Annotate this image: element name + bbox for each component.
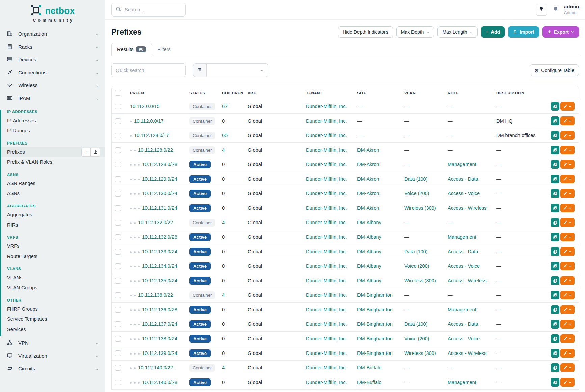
prefix-link[interactable]: 10.112.136.0/22 (138, 292, 173, 298)
row-checkbox[interactable] (115, 380, 121, 385)
children-count-link[interactable]: 4 (222, 147, 225, 153)
edit-button[interactable] (560, 218, 575, 227)
sidebar-item-asns[interactable]: ASNs (1, 188, 105, 199)
edit-button[interactable] (560, 102, 575, 111)
tenant-link[interactable]: Dunder-Mifflin, Inc. (306, 292, 347, 298)
prefix-link[interactable]: 10.112.134.0/24 (142, 263, 177, 269)
import-button[interactable]: Import (508, 26, 539, 38)
column-header-vrf[interactable]: VRF (244, 86, 302, 99)
site-link[interactable]: DM-Buffalo (357, 380, 381, 385)
sidebar-item-ip-ranges[interactable]: IP Ranges (1, 126, 105, 136)
row-checkbox[interactable] (115, 133, 121, 138)
copy-button[interactable] (551, 276, 559, 285)
prefix-link[interactable]: 10.112.129.0/24 (142, 176, 177, 182)
tenant-link[interactable]: Dunder-Mifflin, Inc. (306, 176, 347, 182)
role-link[interactable]: Management (448, 380, 476, 385)
notifications-button[interactable] (553, 6, 559, 14)
prefix-link[interactable]: 10.112.0.0/15 (130, 104, 160, 109)
vlan-link[interactable]: Data (100) (404, 321, 428, 327)
edit-button[interactable] (560, 146, 575, 154)
copy-button[interactable] (551, 291, 559, 299)
sidebar-item-service-templates[interactable]: Service Templates (1, 314, 105, 324)
column-header-prefix[interactable]: PREFIX (127, 86, 186, 99)
row-checkbox[interactable] (115, 234, 121, 240)
vlan-link[interactable]: Voice (200) (404, 336, 429, 341)
sidebar-item-vrfs[interactable]: VRFs (1, 241, 105, 251)
copy-button[interactable] (551, 131, 559, 140)
tenant-link[interactable]: Dunder-Mifflin, Inc. (306, 380, 347, 385)
role-link[interactable]: Access - Data (448, 176, 478, 182)
edit-button[interactable] (560, 291, 575, 299)
sidebar-item-aggregates[interactable]: Aggregates (1, 210, 105, 220)
tenant-link[interactable]: Dunder-Mifflin, Inc. (306, 350, 347, 356)
prefix-link[interactable]: 10.112.0.0/17 (134, 118, 164, 124)
edit-button[interactable] (560, 233, 575, 241)
row-checkbox[interactable] (115, 263, 121, 269)
copy-button[interactable] (551, 160, 559, 169)
row-checkbox[interactable] (115, 249, 121, 255)
site-link[interactable]: DM-Albany (357, 220, 381, 225)
row-checkbox[interactable] (115, 205, 121, 211)
edit-button[interactable] (560, 116, 575, 125)
children-count-link[interactable]: 4 (222, 292, 225, 298)
edit-button[interactable] (560, 378, 575, 387)
column-header-status[interactable]: STATUS (186, 86, 219, 99)
column-header-site[interactable]: SITE (354, 86, 401, 99)
site-link[interactable]: DM-Akron (357, 162, 379, 167)
column-header-description[interactable]: DESCRIPTION (493, 86, 543, 99)
site-link[interactable]: DM-Binghamton (357, 307, 393, 312)
prefix-link[interactable]: 10.112.130.0/24 (142, 191, 177, 196)
vlan-link[interactable]: Wireless (300) (404, 205, 436, 211)
sidebar-item-asn-ranges[interactable]: ASN Ranges (1, 178, 105, 188)
user-menu[interactable]: admin Admin (564, 4, 579, 16)
prefix-link[interactable]: 10.112.140.0/28 (142, 380, 177, 385)
row-checkbox[interactable] (115, 147, 121, 153)
prefix-link[interactable]: 10.112.132.0/22 (138, 220, 173, 225)
site-link[interactable]: DM-Albany (357, 234, 381, 240)
prefix-link[interactable]: 10.112.140.0/22 (138, 365, 173, 370)
row-checkbox[interactable] (115, 162, 121, 167)
edit-button[interactable] (560, 305, 575, 314)
site-link[interactable]: DM-Akron (357, 205, 379, 211)
max-depth-dropdown[interactable]: Max Depth ⌄ (396, 26, 434, 38)
add-prefix-button[interactable]: + (81, 148, 91, 157)
role-link[interactable]: Access - Voice (448, 336, 480, 341)
sidebar-item-devices[interactable]: Devices⌄ (0, 53, 105, 66)
tenant-link[interactable]: Dunder-Mifflin, Inc. (306, 249, 347, 254)
edit-button[interactable] (560, 189, 575, 198)
sidebar-item-connections[interactable]: Connections⌄ (0, 66, 105, 79)
tenant-link[interactable]: Dunder-Mifflin, Inc. (306, 365, 347, 370)
role-link[interactable]: Access - Voice (448, 263, 480, 269)
edit-button[interactable] (560, 204, 575, 212)
row-checkbox[interactable] (115, 292, 121, 298)
vlan-link[interactable]: Voice (200) (404, 263, 429, 269)
row-checkbox[interactable] (115, 104, 121, 109)
edit-button[interactable] (560, 349, 575, 358)
tenant-link[interactable]: Dunder-Mifflin, Inc. (306, 220, 347, 225)
vlan-link[interactable]: Wireless (300) (404, 350, 436, 356)
tenant-link[interactable]: Dunder-Mifflin, Inc. (306, 133, 347, 138)
edit-button[interactable] (560, 334, 575, 343)
sidebar-item-vpn[interactable]: VPN⌄ (0, 336, 105, 349)
role-link[interactable]: Management (448, 234, 476, 240)
column-header-role[interactable]: ROLE (444, 86, 493, 99)
copy-button[interactable] (551, 233, 559, 241)
sidebar-item-vlans[interactable]: VLANs (1, 272, 105, 283)
children-count-link[interactable]: 65 (222, 133, 228, 138)
copy-button[interactable] (551, 378, 559, 387)
row-checkbox[interactable] (115, 220, 121, 226)
column-header-tenant[interactable]: TENANT (302, 86, 354, 99)
tenant-link[interactable]: Dunder-Mifflin, Inc. (306, 278, 347, 283)
copy-button[interactable] (551, 320, 559, 329)
vlan-link[interactable]: Wireless (300) (404, 278, 436, 283)
row-checkbox[interactable] (115, 365, 121, 371)
children-count-link[interactable]: 67 (222, 104, 228, 109)
copy-button[interactable] (551, 116, 559, 125)
sidebar-item-vlan-groups[interactable]: VLAN Groups (1, 283, 105, 293)
max-length-dropdown[interactable]: Max Length ⌄ (437, 26, 477, 38)
copy-button[interactable] (551, 363, 559, 372)
tab-results[interactable]: Results 90 (111, 43, 152, 56)
copy-button[interactable] (551, 189, 559, 198)
global-search[interactable] (111, 3, 186, 17)
row-checkbox[interactable] (115, 191, 121, 197)
